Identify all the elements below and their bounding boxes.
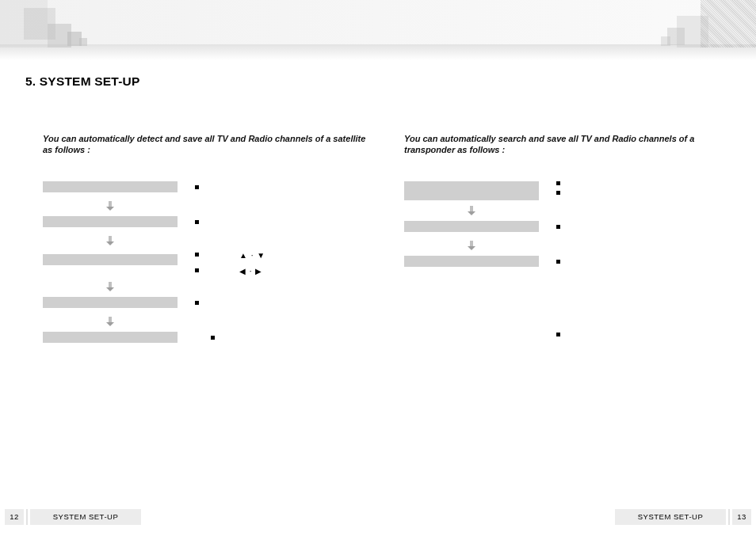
- svg-rect-0: [109, 201, 112, 207]
- step-box: [43, 181, 178, 192]
- svg-rect-8: [470, 206, 473, 211]
- footer-sep: [26, 509, 28, 525]
- svg-rect-2: [109, 236, 112, 241]
- svg-rect-4: [109, 282, 112, 287]
- step-box-tall: [404, 181, 539, 200]
- step-box: [43, 216, 178, 227]
- svg-marker-11: [468, 246, 475, 250]
- svg-rect-6: [109, 317, 112, 322]
- bullet-icon: [556, 225, 560, 229]
- right-column: You can automatically search and save al…: [404, 133, 737, 349]
- step-row: [404, 256, 737, 273]
- left-intro: You can automatically detect and save al…: [43, 133, 376, 156]
- page-title: 5. SYSTEM SET-UP: [25, 74, 139, 89]
- nav-leftright-icon: ◀ · ▶: [239, 267, 262, 276]
- step-box: [404, 256, 539, 267]
- step-row: [404, 181, 737, 203]
- bullet-icon: [195, 268, 199, 272]
- step-row: [43, 332, 376, 349]
- left-column: You can automatically detect and save al…: [43, 133, 376, 352]
- svg-marker-9: [468, 211, 475, 215]
- bullet-icon: [556, 333, 560, 336]
- decor-corner-right: [613, 0, 756, 57]
- decor-corner-left: [0, 0, 143, 57]
- footer-label-left: SYSTEM SET-UP: [30, 509, 141, 525]
- step-row: ▲ · ▼ ◀ · ▶: [43, 251, 376, 279]
- step-row: [404, 221, 737, 238]
- step-row: [43, 181, 376, 199]
- arrow-down-icon: [43, 235, 178, 249]
- page-number-left: 12: [5, 509, 24, 525]
- arrow-down-icon: [43, 200, 178, 215]
- svg-marker-1: [106, 207, 114, 211]
- footer-sep: [728, 509, 730, 525]
- bullet-icon: [556, 191, 560, 195]
- bullet-icon: [195, 185, 199, 189]
- arrow-down-icon: [43, 281, 178, 295]
- step-box: [43, 254, 178, 265]
- svg-marker-7: [106, 322, 114, 326]
- bullet-icon: [556, 181, 560, 185]
- svg-rect-10: [470, 241, 473, 246]
- bullet-icon: [195, 220, 199, 224]
- step-row: [43, 297, 376, 314]
- bullet-icon: [195, 301, 199, 305]
- right-steps: [404, 181, 737, 346]
- footer-label-right: SYSTEM SET-UP: [615, 509, 726, 525]
- bullet-icon: [211, 336, 215, 340]
- step-row: [404, 329, 737, 346]
- arrow-down-icon: [404, 240, 539, 254]
- arrow-down-icon: [404, 205, 539, 219]
- step-box: [43, 297, 178, 308]
- step-box: [43, 332, 178, 343]
- right-intro: You can automatically search and save al…: [404, 133, 737, 156]
- left-steps: ▲ · ▼ ◀ · ▶: [43, 181, 376, 349]
- step-box: [404, 221, 539, 232]
- nav-updown-icon: ▲ · ▼: [239, 251, 265, 260]
- bullet-icon: [556, 260, 560, 264]
- bullet-icon: [195, 253, 199, 257]
- arrow-down-icon: [43, 316, 178, 330]
- page-number-right: 13: [732, 509, 751, 525]
- step-row: [43, 216, 376, 234]
- svg-marker-5: [106, 287, 114, 291]
- svg-marker-3: [106, 241, 114, 245]
- footer: 12 SYSTEM SET-UP SYSTEM SET-UP 13: [0, 509, 756, 530]
